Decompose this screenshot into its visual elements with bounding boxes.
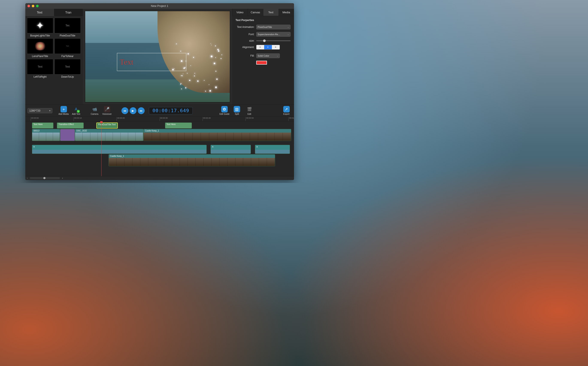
fill-select[interactable]: Solid Color⌄ bbox=[256, 53, 280, 58]
inspector-tab-canvas[interactable]: Canvas bbox=[248, 9, 263, 16]
font-select[interactable]: Superclarendon-Re...⌄ bbox=[256, 32, 290, 37]
next-button[interactable]: ⏭ bbox=[138, 107, 145, 114]
main-toolbar: 1280*720▾ ＋ Add Media A+ Add Text 📹 Came… bbox=[25, 105, 294, 117]
effects-panel: TextTran ✦BoogieLightsTitleTexPixieDustT… bbox=[25, 9, 83, 105]
font-label: Font: bbox=[236, 33, 254, 36]
split-icon: ▥ bbox=[234, 106, 240, 112]
maximize-icon[interactable] bbox=[36, 5, 39, 7]
play-button[interactable]: ▶ bbox=[130, 107, 137, 114]
ruler-tick: 00:00:20 bbox=[116, 117, 125, 121]
prev-button[interactable]: ⏮ bbox=[122, 107, 128, 114]
video-clip[interactable]: 00013 bbox=[32, 129, 60, 141]
preset-thumb: Tex bbox=[54, 18, 81, 33]
video-track-2[interactable]: Castle Keep_1 bbox=[25, 154, 294, 166]
voiceover-button[interactable]: 🎤 Voiceover bbox=[102, 106, 113, 115]
alignment-buttons: ≡ ≡ ≡ bbox=[256, 45, 280, 50]
chevron-down-icon: ⌄ bbox=[277, 55, 278, 57]
preset-label: DownToUp bbox=[61, 75, 74, 78]
zoom-slider[interactable] bbox=[30, 177, 60, 179]
preset-FarToNear[interactable]: TextFarToNear bbox=[54, 38, 81, 58]
preset-LensFlareTitle[interactable]: xtLensFlareTitle bbox=[27, 38, 53, 58]
size-label: size: bbox=[236, 39, 254, 42]
size-slider[interactable] bbox=[256, 40, 290, 41]
fill-color-swatch[interactable] bbox=[256, 61, 267, 65]
app-window: New Project 1 TextTran ✦BoogieLightsTitl… bbox=[25, 3, 294, 180]
left-tab-text[interactable]: Text bbox=[25, 9, 54, 16]
plus-icon: ＋ bbox=[61, 106, 67, 112]
preset-thumb: ✦ bbox=[27, 18, 53, 33]
time-ruler[interactable]: 00:00:0000:00:1000:00:2000:00:3000:00:40… bbox=[25, 117, 294, 121]
edit-button[interactable]: 🎬 Edit bbox=[244, 106, 255, 115]
preset-thumb: Text bbox=[54, 38, 81, 54]
preview-area: Text bbox=[83, 9, 232, 105]
preset-PixieDustTitle[interactable]: TexPixieDustTitle bbox=[54, 18, 81, 37]
playhead[interactable] bbox=[101, 121, 101, 176]
resolution-select[interactable]: 1280*720▾ bbox=[27, 108, 52, 113]
text-plus-icon: A+ bbox=[73, 106, 79, 112]
text-clip[interactable]: PixieDustTitle:Text bbox=[96, 122, 118, 129]
camera-button[interactable]: 📹 Camera bbox=[89, 106, 100, 115]
preset-grid[interactable]: ✦BoogieLightsTitleTexPixieDustTitlextLen… bbox=[25, 16, 83, 105]
preset-DownToUp[interactable]: TextDownToUp bbox=[54, 59, 81, 78]
slider-thumb[interactable] bbox=[263, 39, 266, 42]
preset-thumb: Text bbox=[54, 59, 81, 75]
close-icon[interactable] bbox=[27, 5, 30, 7]
inspector-tab-video[interactable]: Video bbox=[232, 9, 248, 16]
edit-guide-button[interactable]: ✿ Edit Guide bbox=[219, 106, 230, 115]
preset-BoogieLightsTitle[interactable]: ✦BoogieLightsTitle bbox=[27, 18, 53, 37]
inspector-tab-media[interactable]: Media bbox=[279, 9, 294, 16]
zoom-in-icon[interactable]: ▪ bbox=[62, 177, 63, 179]
chevron-down-icon: ⌄ bbox=[287, 33, 289, 35]
preset-LeftToRight[interactable]: TextLeftToRight bbox=[27, 59, 53, 78]
video-clip[interactable]: Castle Keep_1 bbox=[143, 129, 291, 141]
animation-select[interactable]: PixieDustTitle⌄ bbox=[256, 25, 290, 29]
camera-icon: 📹 bbox=[92, 106, 98, 112]
timeline-bottombar: ▫ ▪ bbox=[25, 176, 294, 180]
align-left-button[interactable]: ≡ bbox=[256, 45, 264, 49]
add-text-button[interactable]: A+ Add Text bbox=[71, 106, 82, 115]
export-icon: ➚ bbox=[283, 106, 290, 112]
inspector-tab-text[interactable]: Text bbox=[263, 9, 279, 16]
add-media-button[interactable]: ＋ Add Media bbox=[58, 106, 69, 115]
text-overlay-box[interactable]: Text bbox=[117, 53, 186, 71]
video-track-1[interactable]: 00013DSC_1632Castle Keep_1 bbox=[25, 129, 294, 141]
video-clip[interactable]: DSC_1632 bbox=[75, 129, 143, 141]
minimize-icon[interactable] bbox=[32, 5, 34, 7]
ruler-tick: 00:01:00 bbox=[288, 117, 294, 121]
align-right-button[interactable]: ≡ bbox=[272, 45, 280, 49]
overlay-text[interactable]: Text bbox=[120, 58, 133, 67]
preset-label: LensFlareTitle bbox=[32, 55, 48, 58]
text-clip[interactable]: Text Here bbox=[32, 122, 53, 129]
fill-label: Fill: bbox=[236, 54, 254, 57]
text-clip[interactable]: Text Here bbox=[165, 122, 192, 129]
zoom-out-icon[interactable]: ▫ bbox=[27, 177, 28, 179]
split-button[interactable]: ▥ Split bbox=[232, 106, 242, 115]
audio-clip[interactable]: a bbox=[32, 145, 207, 154]
titlebar[interactable]: New Project 1 bbox=[25, 3, 294, 9]
audio-track[interactable]: aaa bbox=[25, 145, 294, 154]
section-title: Text Porperties bbox=[236, 19, 290, 22]
gear-icon: ✿ bbox=[221, 106, 228, 112]
timeline[interactable]: 00:00:0000:00:1000:00:2000:00:3000:00:40… bbox=[25, 117, 294, 180]
text-track[interactable]: Text HereTransition EffectPixieDustTitle… bbox=[25, 122, 294, 129]
video-clip[interactable] bbox=[60, 129, 75, 141]
play-icon: ▶ bbox=[132, 109, 134, 112]
slider-thumb[interactable] bbox=[43, 177, 46, 179]
timecode-display: 00:00:17.649 bbox=[149, 107, 193, 114]
ruler-tick: 00:00:40 bbox=[203, 117, 211, 121]
inspector-panel: VideoCanvasTextMedia Text Porperties Tex… bbox=[232, 9, 294, 105]
audio-clip[interactable]: a bbox=[255, 145, 290, 154]
left-tab-tran[interactable]: Tran bbox=[54, 9, 83, 16]
alignment-label: Alignment: bbox=[236, 46, 254, 49]
export-button[interactable]: ➚ Export bbox=[281, 106, 292, 115]
video-clip[interactable]: Castle Keep_1 bbox=[109, 154, 275, 166]
audio-clip[interactable]: a bbox=[211, 145, 251, 154]
preview-canvas[interactable]: Text bbox=[85, 11, 230, 102]
preset-label: LeftToRight bbox=[33, 75, 46, 78]
text-clip[interactable]: Transition Effect bbox=[57, 122, 84, 129]
preset-label: BoogieLightsTitle bbox=[30, 34, 50, 37]
align-center-button[interactable]: ≡ bbox=[264, 45, 272, 49]
preset-label: FarToNear bbox=[61, 55, 74, 58]
preset-label: PixieDustTitle bbox=[60, 34, 75, 37]
chevron-down-icon: ▾ bbox=[49, 110, 50, 112]
